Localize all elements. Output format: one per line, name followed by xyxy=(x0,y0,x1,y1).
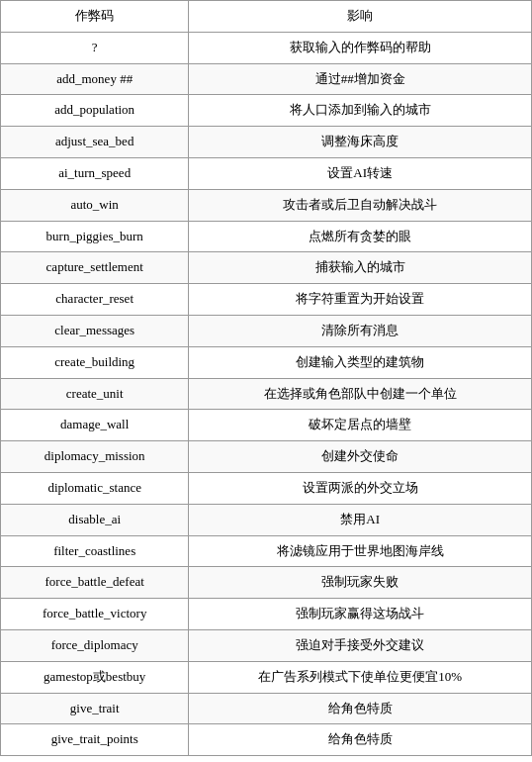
effect-cell: 攻击者或后卫自动解决战斗 xyxy=(189,189,532,221)
table-row: adjust_sea_bed调整海床高度 xyxy=(1,127,532,158)
table-row: add_money ##通过##增加资金 xyxy=(1,63,532,95)
table-row: capture_settlement捕获输入的城市 xyxy=(1,252,532,284)
effect-cell: 将字符重置为开始设置 xyxy=(189,284,532,316)
cheat-code-cell: force_diplomacy xyxy=(1,629,189,661)
effect-cell: 创建外交使命 xyxy=(189,441,532,473)
cheat-code-cell: add_population xyxy=(1,95,189,127)
table-row: force_battle_victory强制玩家赢得这场战斗 xyxy=(1,599,532,630)
table-row: diplomatic_stance设置两派的外交立场 xyxy=(1,472,532,504)
cheat-code-cell: capture_settlement xyxy=(1,252,189,284)
effect-cell: 破坏定居点的墙壁 xyxy=(189,410,532,441)
table-row: gamestop或bestbuy在广告系列模式下使单位更便宜10% xyxy=(1,661,532,693)
cheat-code-cell: character_reset xyxy=(1,284,189,316)
table-row: create_unit在选择或角色部队中创建一个单位 xyxy=(1,378,532,410)
cheat-code-cell: disable_ai xyxy=(1,504,189,535)
cheat-code-cell: diplomacy_mission xyxy=(1,441,189,473)
table-row: ?获取输入的作弊码的帮助 xyxy=(1,32,532,63)
effect-cell: 通过##增加资金 xyxy=(189,63,532,95)
cheat-code-cell: add_money ## xyxy=(1,63,189,95)
cheat-code-cell: auto_win xyxy=(1,189,189,221)
effect-cell: 点燃所有贪婪的眼 xyxy=(189,221,532,252)
cheat-code-cell: ai_turn_speed xyxy=(1,157,189,189)
effect-cell: 将人口添加到输入的城市 xyxy=(189,95,532,127)
table-row: force_diplomacy强迫对手接受外交建议 xyxy=(1,629,532,661)
effect-cell: 在广告系列模式下使单位更便宜10% xyxy=(189,661,532,693)
cheat-code-cell: give_trait xyxy=(1,693,189,724)
cheat-code-cell: give_trait_points xyxy=(1,724,189,756)
table-row: burn_piggies_burn点燃所有贪婪的眼 xyxy=(1,221,532,252)
effect-cell: 调整海床高度 xyxy=(189,127,532,158)
table-row: character_reset将字符重置为开始设置 xyxy=(1,284,532,316)
cheat-code-cell: adjust_sea_bed xyxy=(1,127,189,158)
effect-cell: 在选择或角色部队中创建一个单位 xyxy=(189,378,532,410)
effect-cell: 设置AI转速 xyxy=(189,157,532,189)
cheat-codes-table: 作弊码 影响 ?获取输入的作弊码的帮助add_money ##通过##增加资金a… xyxy=(0,0,532,756)
table-row: add_population将人口添加到输入的城市 xyxy=(1,95,532,127)
effect-cell: 清除所有消息 xyxy=(189,315,532,346)
cheat-code-cell: ? xyxy=(1,32,189,63)
table-row: filter_coastlines将滤镜应用于世界地图海岸线 xyxy=(1,535,532,567)
col-header-effect: 影响 xyxy=(189,1,532,33)
cheat-code-cell: force_battle_victory xyxy=(1,599,189,630)
table-row: damage_wall破坏定居点的墙壁 xyxy=(1,410,532,441)
table-row: give_trait_points给角色特质 xyxy=(1,724,532,756)
table-row: disable_ai禁用AI xyxy=(1,504,532,535)
cheat-code-cell: force_battle_defeat xyxy=(1,567,189,599)
cheat-code-cell: create_unit xyxy=(1,378,189,410)
effect-cell: 创建输入类型的建筑物 xyxy=(189,346,532,378)
cheat-code-cell: damage_wall xyxy=(1,410,189,441)
table-row: clear_messages清除所有消息 xyxy=(1,315,532,346)
effect-cell: 强制玩家失败 xyxy=(189,567,532,599)
table-row: ai_turn_speed设置AI转速 xyxy=(1,157,532,189)
table-row: auto_win攻击者或后卫自动解决战斗 xyxy=(1,189,532,221)
cheat-code-cell: burn_piggies_burn xyxy=(1,221,189,252)
cheat-code-cell: clear_messages xyxy=(1,315,189,346)
effect-cell: 捕获输入的城市 xyxy=(189,252,532,284)
cheat-code-cell: filter_coastlines xyxy=(1,535,189,567)
cheat-code-cell: diplomatic_stance xyxy=(1,472,189,504)
effect-cell: 强制玩家赢得这场战斗 xyxy=(189,599,532,630)
table-row: diplomacy_mission创建外交使命 xyxy=(1,441,532,473)
effect-cell: 将滤镜应用于世界地图海岸线 xyxy=(189,535,532,567)
effect-cell: 给角色特质 xyxy=(189,724,532,756)
col-header-cheat: 作弊码 xyxy=(1,1,189,33)
effect-cell: 禁用AI xyxy=(189,504,532,535)
effect-cell: 给角色特质 xyxy=(189,693,532,724)
cheat-code-cell: create_building xyxy=(1,346,189,378)
table-row: give_trait给角色特质 xyxy=(1,693,532,724)
effect-cell: 设置两派的外交立场 xyxy=(189,472,532,504)
table-row: force_battle_defeat强制玩家失败 xyxy=(1,567,532,599)
effect-cell: 获取输入的作弊码的帮助 xyxy=(189,32,532,63)
table-row: create_building创建输入类型的建筑物 xyxy=(1,346,532,378)
effect-cell: 强迫对手接受外交建议 xyxy=(189,629,532,661)
cheat-code-cell: gamestop或bestbuy xyxy=(1,661,189,693)
